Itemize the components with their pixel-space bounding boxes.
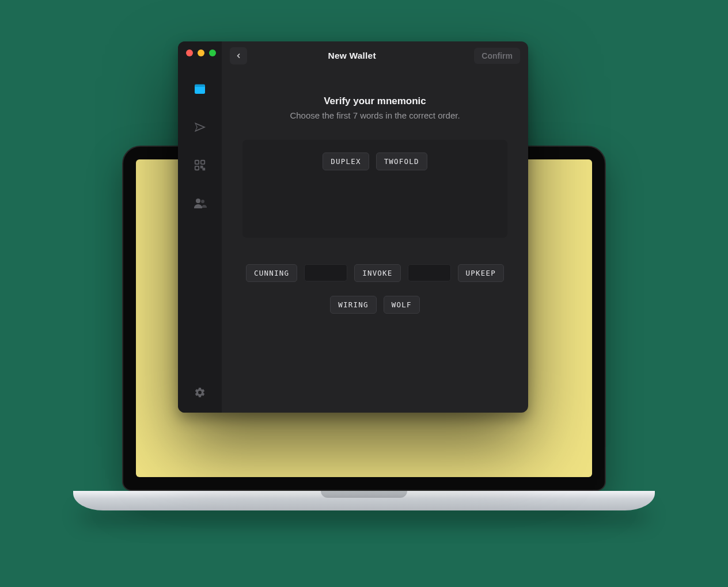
svg-rect-6 (203, 169, 205, 170)
titlebar: New Wallet Confirm (222, 41, 528, 70)
sidebar-item-send[interactable] (192, 120, 207, 135)
gear-icon (194, 387, 206, 398)
selected-word-chip[interactable]: TWOFOLD (376, 153, 427, 170)
confirm-button[interactable]: Confirm (474, 48, 520, 64)
word-slot (304, 264, 347, 281)
word-slot (408, 264, 451, 281)
sidebar (178, 41, 222, 413)
svg-rect-4 (195, 166, 199, 170)
pool-word-chip[interactable]: WOLF (384, 296, 420, 314)
main-pane: New Wallet Confirm Verify your mnemonic … (222, 41, 528, 413)
pool-word-chip[interactable]: UPKEEP (458, 264, 504, 282)
selected-words-panel: DUPLEXTWOFOLD (242, 140, 507, 238)
laptop-base (73, 491, 655, 510)
close-window-button[interactable] (186, 49, 193, 56)
minimize-window-button[interactable] (198, 49, 204, 56)
window-traffic-lights (186, 49, 216, 56)
svg-point-8 (201, 200, 204, 203)
svg-rect-5 (201, 166, 203, 168)
page-title: New Wallet (236, 51, 468, 61)
pool-word-chip[interactable]: INVOKE (354, 264, 400, 282)
laptop-notch (321, 491, 407, 498)
sidebar-nav (192, 82, 207, 211)
content-subheading: Choose the first 7 words in the correct … (290, 110, 460, 120)
send-icon (194, 121, 206, 134)
qr-icon (194, 159, 206, 171)
pool-word-chip[interactable]: CUNNING (246, 264, 297, 282)
settings-button[interactable] (192, 385, 207, 400)
sidebar-item-receive[interactable] (192, 158, 207, 173)
svg-rect-2 (195, 161, 199, 164)
selected-word-chip[interactable]: DUPLEX (323, 153, 369, 170)
content: Verify your mnemonic Choose the first 7 … (222, 70, 528, 413)
svg-rect-3 (201, 161, 204, 164)
contacts-icon (193, 196, 207, 210)
wallet-icon (193, 82, 207, 96)
app-window: New Wallet Confirm Verify your mnemonic … (178, 41, 528, 413)
word-pool: CUNNINGINVOKEUPKEEPWIRINGWOLF (242, 264, 507, 321)
sidebar-footer (192, 385, 207, 400)
pool-word-chip[interactable]: WIRING (330, 296, 376, 314)
content-heading: Verify your mnemonic (324, 96, 426, 107)
svg-point-7 (196, 199, 200, 203)
fullscreen-window-button[interactable] (209, 49, 216, 56)
sidebar-item-contacts[interactable] (192, 196, 207, 211)
svg-rect-1 (195, 85, 205, 87)
sidebar-item-wallet[interactable] (192, 82, 207, 97)
